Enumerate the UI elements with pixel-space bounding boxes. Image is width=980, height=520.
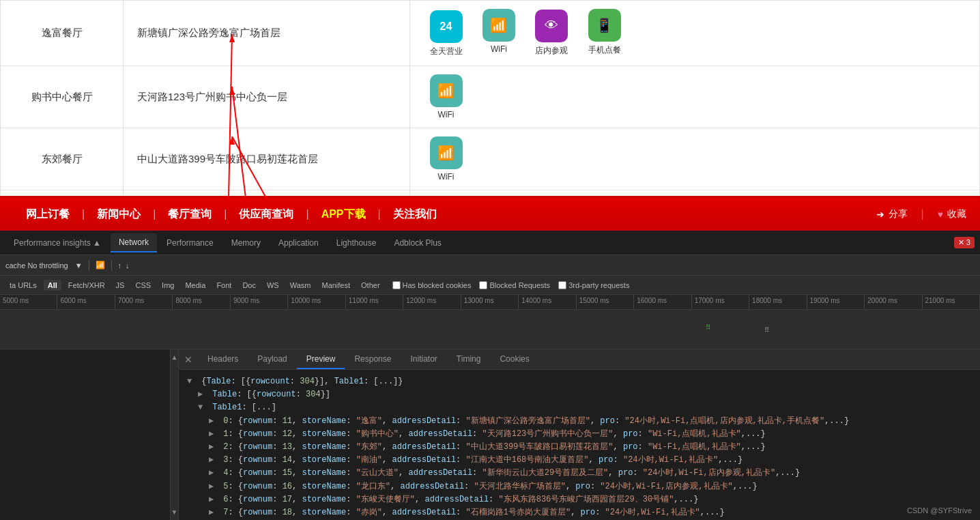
filter-ta-urls[interactable]: ta URLs xyxy=(5,280,41,291)
nav-item-supplier[interactable]: 供应商查询 xyxy=(227,207,306,222)
tab-preview[interactable]: Preview xyxy=(297,350,345,369)
json-row-5: ▶ 5: {rownum: 16, storeName: "龙口东", addr… xyxy=(187,480,972,493)
restaurant-name: 购书中心餐厅 xyxy=(1,66,124,128)
panel-right: ✕ Headers Payload Preview Response Initi… xyxy=(179,349,980,520)
filter-js[interactable]: JS xyxy=(112,280,129,291)
json-table: ▶ Table: [{rowcount: 304}] xyxy=(187,388,972,401)
tab-application[interactable]: Application xyxy=(270,234,327,252)
restaurant-features: 📶 WiFi xyxy=(410,66,980,128)
feature-icon-wifi: 📶 xyxy=(430,136,463,169)
tab-timing[interactable]: Timing xyxy=(447,350,491,369)
share-button[interactable]: ➜ 分享 xyxy=(876,208,908,220)
tick-7000: 7000 ms xyxy=(115,295,173,309)
feature-label: 全天营业 xyxy=(430,46,463,57)
restaurant-address: 天河路123号广州购书中心负一层 xyxy=(124,66,410,128)
tick-19000: 19000 ms xyxy=(807,295,865,309)
error-badge: ✕ 3 xyxy=(954,237,975,248)
tick-5000: 5000 ms xyxy=(0,295,57,309)
json-row-2: ▶ 2: {rownum: 13, storeName: "东郊", addre… xyxy=(187,441,972,454)
feature-icon-24hours: 24 xyxy=(430,10,463,43)
json-row-3: ▶ 3: {rownum: 14, storeName: "南油", addre… xyxy=(187,454,972,467)
tick-6000: 6000 ms xyxy=(57,295,115,309)
tab-initiator[interactable]: Initiator xyxy=(401,350,446,369)
filter-ws[interactable]: WS xyxy=(263,280,283,291)
tab-network[interactable]: Network xyxy=(111,233,157,252)
checkbox-3rd-party[interactable]: 3rd-party requests xyxy=(558,281,629,289)
checkbox-blocked-cookies[interactable]: Has blocked cookies xyxy=(392,281,472,289)
tab-adblock[interactable]: Adblock Plus xyxy=(386,234,449,252)
timeline-content: ⠿ ⠿ xyxy=(0,310,980,349)
json-root: ▼ {Table: [{rowcount: 304}], Table1: [..… xyxy=(187,375,972,388)
restaurant-table: 逸富餐厅 新塘镇广深公路旁逸富广场首层 24 全天营业 📶 WiFi 👁 店内参… xyxy=(0,0,980,198)
json-row-0: ▶ 0: {rownum: 11, storeName: "逸富", addre… xyxy=(187,415,972,428)
website-area: 逸富餐厅 新塘镇广深公路旁逸富广场首层 24 全天营业 📶 WiFi 👁 店内参… xyxy=(0,0,980,198)
nav-item-news[interactable]: 新闻中心 xyxy=(85,207,153,222)
filter-manifest[interactable]: Manifest xyxy=(317,280,354,291)
throttling-dropdown[interactable]: ▼ xyxy=(75,261,83,270)
feature-label: 手机点餐 xyxy=(588,44,621,56)
panel-scrollbar[interactable]: ▲ ▼ xyxy=(171,349,179,520)
tab-payload[interactable]: Payload xyxy=(248,350,296,369)
feature-item: 👁 店内参观 xyxy=(530,10,574,57)
cache-label: cache No throttling xyxy=(5,261,68,270)
restaurant-name: 逸富餐厅 xyxy=(1,1,124,66)
filter-media[interactable]: Media xyxy=(181,280,210,291)
filter-font[interactable]: Font xyxy=(212,280,235,291)
json-row-4: ▶ 4: {rownum: 15, storeName: "云山大道", add… xyxy=(187,467,972,480)
devtools-tab-bar: Performance insights ▲ Network Performan… xyxy=(0,231,980,255)
nav-item-order[interactable]: 网上订餐 xyxy=(14,207,82,222)
tab-headers[interactable]: Headers xyxy=(198,350,248,369)
wifi-icon: 📶 xyxy=(96,261,105,270)
timeline-ruler: 5000 ms 6000 ms 7000 ms 8000 ms 9000 ms … xyxy=(0,295,980,310)
tick-11000: 11000 ms xyxy=(346,295,403,309)
tick-18000: 18000 ms xyxy=(749,295,807,309)
tick-9000: 9000 ms xyxy=(231,295,288,309)
restaurant-name: ... xyxy=(1,190,124,199)
restaurant-address: 中山大道路399号车陂路口易初莲花首层 xyxy=(124,128,410,190)
heart-icon: ♥ xyxy=(938,209,943,220)
json-row-7: ▶ 7: {rownum: 18, storeName: "赤岗", addre… xyxy=(187,506,972,519)
collect-button[interactable]: ♥ 收藏 xyxy=(938,208,966,220)
nav-left: 网上订餐 | 新闻中心 | 餐厅查询 | 供应商查询 | APP下载 | 关注我… xyxy=(14,207,449,222)
json-row-1: ▶ 1: {rownum: 12, storeName: "购书中心", add… xyxy=(187,428,972,441)
nav-right: ➜ 分享 | ♥ 收藏 xyxy=(876,208,966,220)
timeline-dot-1: ⠿ xyxy=(706,323,710,331)
table-row: 购书中心餐厅 天河路123号广州购书中心负一层 📶 WiFi xyxy=(1,66,980,128)
tick-21000: 21000 ms xyxy=(923,295,980,309)
tab-response[interactable]: Response xyxy=(345,350,401,369)
tab-performance-insights[interactable]: Performance insights ▲ xyxy=(5,234,109,252)
restaurant-address: ... xyxy=(124,190,410,199)
tick-15000: 15000 ms xyxy=(577,295,634,309)
tick-14000: 14000 ms xyxy=(519,295,576,309)
tab-performance[interactable]: Performance xyxy=(158,234,222,252)
feature-item: 📶 WiFi xyxy=(476,9,521,54)
close-button[interactable]: ✕ xyxy=(179,351,198,368)
upload-icon: ↑ xyxy=(118,261,122,270)
filter-wasm[interactable]: Wasm xyxy=(286,280,315,291)
filter-fetch-xhr[interactable]: Fetch/XHR xyxy=(64,280,109,291)
filter-other[interactable]: Other xyxy=(357,280,384,291)
download-icon: ↓ xyxy=(126,261,130,270)
checkbox-blocked-requests[interactable]: Blocked Requests xyxy=(479,281,550,289)
tab-memory[interactable]: Memory xyxy=(223,234,269,252)
share-icon: ➜ xyxy=(876,209,884,220)
feature-label: 店内参观 xyxy=(535,45,568,57)
timeline-dot-2: ⠿ xyxy=(764,326,769,334)
devtools-panel: Performance insights ▲ Network Performan… xyxy=(0,231,980,520)
tick-20000: 20000 ms xyxy=(865,295,922,309)
filter-css[interactable]: CSS xyxy=(131,280,155,291)
feature-label: WiFi xyxy=(438,172,455,182)
restaurant-features: 24 📶 xyxy=(410,190,980,199)
nav-item-app[interactable]: APP下载 xyxy=(309,207,378,222)
nav-item-restaurant[interactable]: 餐厅查询 xyxy=(156,207,224,222)
tab-lighthouse[interactable]: Lighthouse xyxy=(328,234,385,252)
filter-img[interactable]: Img xyxy=(158,280,178,291)
tick-13000: 13000 ms xyxy=(461,295,519,309)
filter-all[interactable]: All xyxy=(44,280,61,291)
filter-doc[interactable]: Doc xyxy=(238,280,260,291)
tick-16000: 16000 ms xyxy=(634,295,691,309)
tab-cookies[interactable]: Cookies xyxy=(490,350,538,369)
feature-item: 📶 WiFi xyxy=(424,74,468,119)
nav-item-follow[interactable]: 关注我们 xyxy=(381,207,449,222)
restaurant-features: 24 全天营业 📶 WiFi 👁 店内参观 📱 手机点餐 xyxy=(410,1,980,66)
